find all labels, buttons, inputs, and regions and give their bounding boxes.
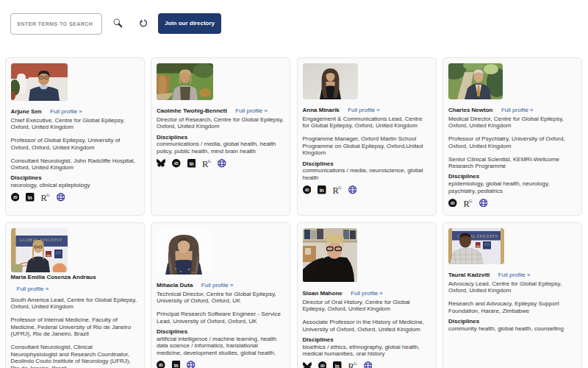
svg-text:in: in xyxy=(28,195,32,200)
svg-text:iD: iD xyxy=(159,363,163,367)
svg-text:iD: iD xyxy=(12,195,17,199)
svg-text:iD: iD xyxy=(304,188,309,192)
svg-text:in: in xyxy=(173,363,178,368)
svg-text:in: in xyxy=(320,188,324,193)
svg-text:iD: iD xyxy=(174,161,179,166)
svg-text:iD: iD xyxy=(451,201,455,205)
svg-text:iD: iD xyxy=(320,364,324,368)
svg-text:in: in xyxy=(335,364,340,368)
svg-text:in: in xyxy=(189,161,193,166)
